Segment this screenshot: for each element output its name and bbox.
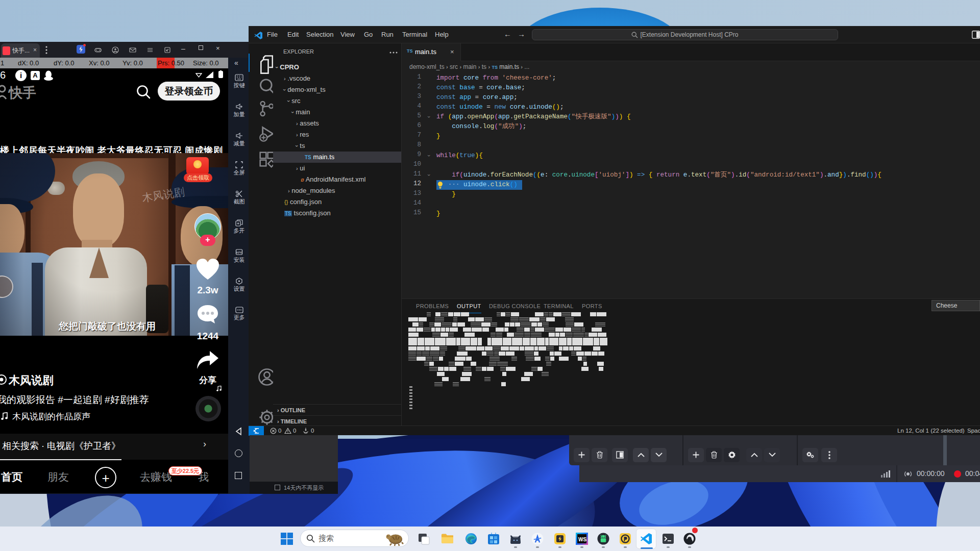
svg-text:WS: WS — [578, 537, 586, 542]
svg-text:APK: APK — [236, 251, 242, 254]
